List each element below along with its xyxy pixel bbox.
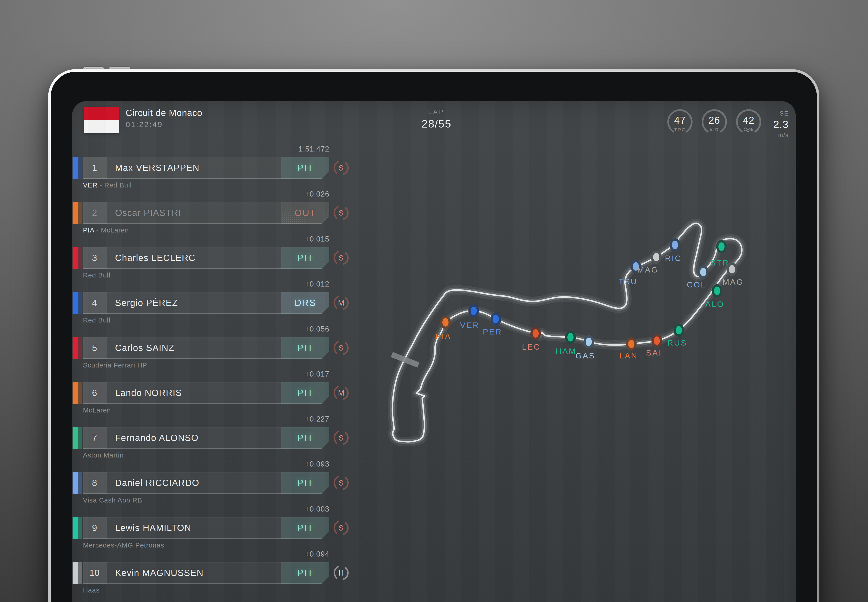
leaderboard-row[interactable]: +0.094 10 Kevin MAGNUSSEN PIT H Haas bbox=[72, 548, 355, 602]
position-number: 2 bbox=[83, 202, 106, 224]
gap-time: +0.026 bbox=[305, 190, 329, 198]
track-temp-value: 47 bbox=[674, 115, 686, 126]
tyre-compound-icon: M bbox=[333, 384, 350, 401]
status-badge[interactable]: PIT bbox=[281, 472, 329, 494]
status-badge[interactable]: PIT bbox=[281, 247, 329, 269]
team-label: Haas bbox=[83, 587, 100, 594]
tyre-compound-icon: S bbox=[333, 204, 350, 221]
team-label: Red Bull bbox=[83, 271, 110, 279]
map-marker-label: STR bbox=[710, 258, 729, 267]
tyre-compound-icon: S bbox=[333, 339, 350, 356]
status-badge[interactable]: DRS bbox=[281, 292, 329, 314]
app-screen: Circuit de Monaco 01:22:49 LAP 28/55 47 … bbox=[72, 101, 796, 602]
tyre-compound-icon: M bbox=[333, 294, 350, 312]
driver-row-box[interactable]: 2 Oscar PIASTRI OUT bbox=[83, 202, 329, 224]
lap-counter: LAP 28/55 bbox=[391, 108, 482, 130]
track-temp-gauge: 47 TRC bbox=[666, 108, 694, 138]
tyre-compound-icon: S bbox=[333, 519, 350, 536]
map-marker-label: LAN bbox=[620, 351, 638, 360]
map-marker-label: COL bbox=[687, 280, 706, 289]
tyre-compound-icon: S bbox=[333, 429, 350, 447]
position-number: 5 bbox=[83, 337, 106, 359]
lap-value: 28/55 bbox=[391, 117, 482, 130]
driver-name: Charles LECLERC bbox=[115, 247, 196, 269]
tyre-compound-icon: S bbox=[333, 474, 350, 491]
svg-text:S: S bbox=[339, 164, 344, 172]
status-badge[interactable]: PIT bbox=[281, 517, 329, 539]
status-badge[interactable]: PIT bbox=[281, 157, 329, 179]
status-badge[interactable]: OUT bbox=[281, 202, 329, 224]
driver-row-box[interactable]: 3 Charles LECLERC PIT bbox=[83, 247, 329, 269]
status-badge[interactable]: PIT bbox=[281, 382, 329, 404]
svg-text:M: M bbox=[338, 389, 344, 397]
track-map: PIAVERPERLECHAMGASLANSAIRUSTSUMAGRICSTRC… bbox=[376, 214, 771, 501]
map-marker-label: RUS bbox=[667, 338, 687, 347]
team-color-bar bbox=[72, 382, 82, 404]
position-number: 7 bbox=[83, 427, 106, 449]
team-color-bar bbox=[72, 292, 82, 314]
map-marker-pia[interactable]: PIA bbox=[436, 316, 451, 341]
driver-name: Kevin MAGNUSSEN bbox=[115, 562, 204, 584]
driver-name: Oscar PIASTRI bbox=[115, 202, 181, 224]
driver-row-box[interactable]: 10 Kevin MAGNUSSEN PIT bbox=[83, 562, 329, 584]
lap-label: LAP bbox=[391, 108, 482, 115]
map-marker-label: GAS bbox=[575, 351, 595, 360]
gap-time: +0.227 bbox=[305, 415, 329, 423]
svg-text:H: H bbox=[338, 569, 344, 577]
map-marker-label: TSU bbox=[618, 277, 638, 286]
circuit-title: Circuit de Monaco bbox=[126, 108, 202, 118]
wind-unit: m/s bbox=[759, 132, 789, 138]
status-badge[interactable]: PIT bbox=[281, 427, 329, 449]
position-number: 6 bbox=[83, 382, 106, 404]
driver-name: Daniel RICCIARDO bbox=[115, 472, 199, 494]
driver-row-box[interactable]: 4 Sergio PÉREZ DRS bbox=[83, 292, 329, 314]
map-marker-label: MAG bbox=[722, 278, 744, 287]
status-badge[interactable]: PIT bbox=[281, 562, 329, 584]
map-marker-label: ALO bbox=[705, 299, 724, 309]
driver-row-box[interactable]: 5 Carlos SAINZ PIT bbox=[83, 337, 329, 359]
gap-time: +0.012 bbox=[305, 280, 329, 288]
team-color-bar bbox=[72, 427, 82, 449]
team-label: PIA - McLaren bbox=[83, 226, 129, 234]
air-temp-label: AIR bbox=[709, 127, 719, 132]
humidity-icon bbox=[744, 128, 753, 132]
wind-info: SE 2.3 m/s bbox=[759, 110, 789, 138]
team-color-bar bbox=[72, 337, 82, 359]
status-badge[interactable]: PIT bbox=[281, 337, 329, 359]
driver-name: Lewis HAMILTON bbox=[115, 517, 191, 539]
team-label: McLaren bbox=[83, 406, 111, 414]
weather-gauges: 47 TRC 26 AIR 42 bbox=[666, 108, 762, 138]
svg-text:S: S bbox=[339, 434, 344, 442]
humidity-value: 42 bbox=[743, 115, 755, 126]
driver-name: Carlos SAINZ bbox=[115, 337, 175, 359]
svg-text:S: S bbox=[339, 209, 344, 217]
air-temp-value: 26 bbox=[709, 115, 720, 126]
driver-row-box[interactable]: 6 Lando NORRIS PIT bbox=[83, 382, 329, 404]
driver-row-box[interactable]: 1 Max VERSTAPPEN PIT bbox=[83, 157, 329, 179]
driver-row-box[interactable]: 7 Fernando ALONSO PIT bbox=[83, 427, 329, 449]
team-label: Red Bull bbox=[83, 316, 110, 324]
monaco-flag bbox=[84, 107, 119, 133]
driver-name: Max VERSTAPPEN bbox=[115, 157, 199, 179]
driver-name: Lando NORRIS bbox=[115, 382, 182, 404]
team-color-bar bbox=[72, 247, 82, 269]
map-marker-label: PIA bbox=[436, 332, 451, 341]
map-marker-label: LEC bbox=[522, 342, 540, 352]
position-number: 10 bbox=[83, 562, 106, 584]
tablet-bezel: Circuit de Monaco 01:22:49 LAP 28/55 47 … bbox=[51, 72, 817, 602]
team-label: VER - Red Bull bbox=[83, 181, 132, 189]
driver-row-box[interactable]: 9 Lewis HAMILTON PIT bbox=[83, 517, 329, 539]
gap-time: +0.017 bbox=[305, 370, 329, 378]
wind-direction: SE bbox=[759, 110, 789, 117]
gap-time: +0.094 bbox=[305, 550, 329, 558]
map-marker-label: MAG bbox=[637, 265, 658, 274]
position-number: 1 bbox=[83, 157, 106, 179]
map-marker-label: VER bbox=[460, 321, 479, 330]
air-temp-gauge: 26 AIR bbox=[701, 108, 728, 138]
track-temp-label: TRC bbox=[674, 127, 686, 132]
driver-name: Sergio PÉREZ bbox=[115, 292, 178, 314]
team-color-bar bbox=[72, 472, 82, 494]
driver-row-box[interactable]: 8 Daniel RICCIARDO PIT bbox=[83, 472, 329, 494]
session-clock: 01:22:49 bbox=[126, 120, 163, 129]
gap-time: +0.093 bbox=[305, 460, 329, 468]
